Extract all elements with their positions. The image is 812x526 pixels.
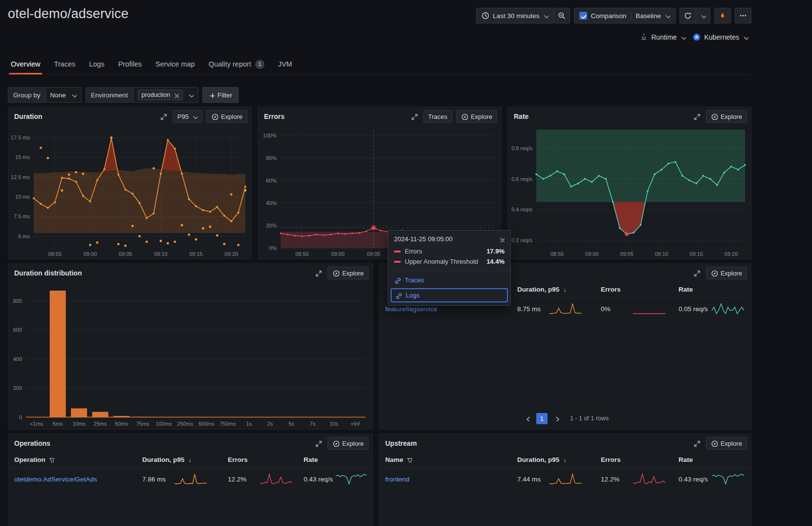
downstream-explore-button[interactable]: Explore <box>706 267 747 279</box>
compass-icon <box>711 440 718 447</box>
context-toolbar: Runtime Kubernetes <box>640 33 748 41</box>
duration-value: 7.86 ms <box>142 476 171 483</box>
svg-text:<1ms: <1ms <box>30 421 44 427</box>
group-by-select[interactable]: None <box>45 87 82 103</box>
col-rate[interactable]: Rate <box>679 286 746 293</box>
flame-icon <box>719 12 726 20</box>
filter-icon[interactable] <box>406 457 412 463</box>
rate-chart[interactable]: 0.2 req/s0.4 req/s0.6 req/s0.8 req/s08:5… <box>508 125 751 259</box>
tab-service-map[interactable]: Service map <box>149 54 202 74</box>
rate-value: 0.43 req/s <box>304 476 332 483</box>
rate-sparkline <box>711 302 745 315</box>
errors-expand-button[interactable] <box>409 111 419 122</box>
percentile-dropdown[interactable]: P95 <box>173 110 202 123</box>
tooltip-traces-link[interactable]: Traces <box>388 273 510 287</box>
environment-filter: Environment production <box>86 87 198 103</box>
link-icon <box>395 292 402 299</box>
rate-expand-button[interactable] <box>691 111 702 122</box>
col-duration[interactable]: Duration, p95↓ <box>517 456 601 463</box>
col-rate[interactable]: Rate <box>679 456 746 463</box>
svg-text:09:10: 09:10 <box>655 251 668 257</box>
distribution-explore-button[interactable]: Explore <box>328 267 369 279</box>
tab-traces[interactable]: Traces <box>47 54 82 74</box>
col-operation[interactable]: Operation <box>14 456 142 463</box>
environment-select[interactable]: production <box>133 87 198 103</box>
add-filter-button[interactable]: Filter <box>202 87 239 103</box>
panel-upstream: Upstream Explore Name Duration, p95↓ <box>379 434 751 526</box>
comparison-control[interactable]: Comparison Baseline <box>574 8 676 23</box>
prev-page-button[interactable] <box>522 412 533 424</box>
refresh-button[interactable] <box>680 8 696 23</box>
svg-text:0.8 req/s: 0.8 req/s <box>511 145 532 151</box>
duration-sparkline <box>174 473 208 485</box>
upstream-explore-button[interactable]: Explore <box>706 437 747 450</box>
duration-sparkline <box>549 302 583 315</box>
svg-text:08:55: 08:55 <box>295 251 309 257</box>
comparison-checkbox[interactable] <box>579 12 587 20</box>
svg-text:09:00: 09:00 <box>331 251 345 257</box>
col-rate[interactable]: Rate <box>304 456 368 463</box>
operation-link[interactable]: oteldemo.AdService/GetAds <box>14 476 97 483</box>
flame-button[interactable] <box>714 8 731 23</box>
plus-icon <box>209 92 215 98</box>
svg-text:75ms: 75ms <box>136 421 149 427</box>
col-errors[interactable]: Errors <box>601 286 679 293</box>
time-range-picker[interactable]: Last 30 minutes <box>476 8 554 23</box>
distribution-expand-button[interactable] <box>313 268 324 278</box>
refresh-interval-dropdown[interactable] <box>696 8 710 23</box>
filter-icon[interactable] <box>48 457 54 463</box>
remove-chip-icon[interactable] <box>173 92 179 98</box>
svg-text:09:00: 09:00 <box>84 251 97 257</box>
tooltip-logs-link[interactable]: Logs <box>391 288 508 302</box>
kubernetes-switcher[interactable]: Kubernetes <box>693 33 748 41</box>
tab-overview[interactable]: Overview <box>4 54 47 74</box>
kubernetes-icon <box>693 33 701 41</box>
upstream-panel-title: Upstream <box>385 439 417 447</box>
col-errors[interactable]: Errors <box>601 456 679 463</box>
svg-text:09:10: 09:10 <box>154 251 168 257</box>
upstream-expand-button[interactable] <box>691 438 702 449</box>
baseline-label: Baseline <box>636 12 661 20</box>
operations-explore-button[interactable]: Explore <box>328 437 369 450</box>
dashboard: Duration P95 Explore 5 ms7.5 ms10 ms12.5… <box>8 107 751 526</box>
downstream-expand-button[interactable] <box>691 268 702 278</box>
environment-chip: production <box>138 90 183 100</box>
svg-text:800: 800 <box>13 298 22 304</box>
runtime-switcher[interactable]: Runtime <box>640 33 686 41</box>
svg-text:09:20: 09:20 <box>224 251 238 257</box>
rate-explore-button[interactable]: Explore <box>706 110 747 123</box>
svg-text:0.2 req/s: 0.2 req/s <box>511 237 532 243</box>
operations-expand-button[interactable] <box>313 438 324 449</box>
close-icon[interactable] <box>499 236 505 242</box>
tab-profiles[interactable]: Profiles <box>111 54 149 74</box>
svg-text:10 ms: 10 ms <box>15 194 30 200</box>
col-name[interactable]: Name <box>385 456 517 463</box>
errors-explore-button[interactable]: Explore <box>456 110 497 123</box>
more-options-button[interactable] <box>735 8 751 23</box>
duration-expand-button[interactable] <box>158 111 169 122</box>
duration-explore-button[interactable]: Explore <box>206 110 247 123</box>
chevron-down-icon <box>700 13 706 19</box>
duration-chart[interactable]: 5 ms7.5 ms10 ms12.5 ms15 ms17.5 ms08:550… <box>8 125 251 259</box>
next-page-button[interactable] <box>550 412 562 424</box>
distribution-chart[interactable]: 0200400600800<1ms5ms10ms25ms50ms75ms100m… <box>8 281 373 429</box>
compass-icon <box>332 270 339 276</box>
col-duration[interactable]: Duration, p95↓ <box>517 286 601 293</box>
comparison-label: Comparison <box>591 12 626 20</box>
col-duration[interactable]: Duration, p95↓ <box>142 456 228 463</box>
chevron-left-icon <box>525 415 530 421</box>
col-errors[interactable]: Errors <box>228 456 304 463</box>
tab-logs[interactable]: Logs <box>82 54 111 74</box>
svg-text:40%: 40% <box>266 200 277 206</box>
tab-jvm[interactable]: JVM <box>271 54 299 74</box>
current-page[interactable]: 1 <box>536 413 548 424</box>
zoom-out-time-button[interactable] <box>553 8 570 23</box>
chevron-right-icon <box>553 415 559 421</box>
svg-text:12.5 ms: 12.5 ms <box>11 174 30 180</box>
errors-traces-button[interactable]: Traces <box>423 110 452 123</box>
upstream-service-link[interactable]: frontend <box>385 476 410 483</box>
time-controls: Last 30 minutes <box>476 8 570 23</box>
compass-icon <box>461 113 468 120</box>
downstream-service-link[interactable]: featureflagservice <box>385 305 438 313</box>
tab-quality-report[interactable]: Quality report 1 <box>202 54 271 74</box>
